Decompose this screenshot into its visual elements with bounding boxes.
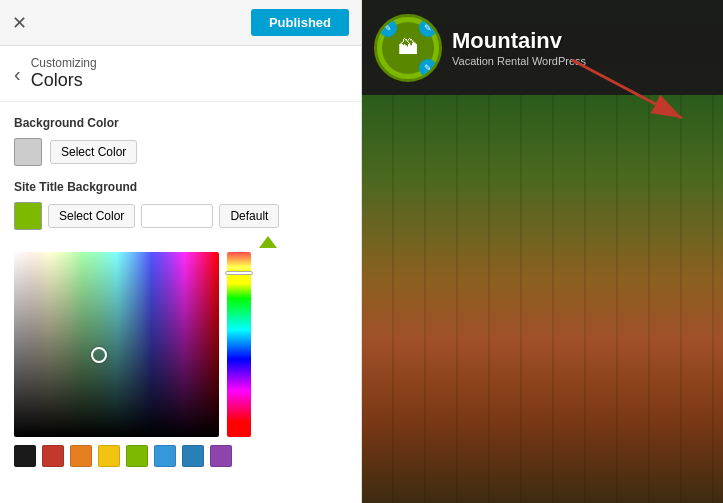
preset-swatch-black[interactable]: [14, 445, 36, 467]
site-title-color-row: Select Color #7db900 Default: [14, 202, 347, 230]
nav-labels: Customizing Colors: [31, 56, 97, 91]
hex-input[interactable]: #7db900: [141, 204, 213, 228]
panel-content: Background Color Select Color Site Title…: [0, 102, 361, 503]
published-button[interactable]: Published: [251, 9, 349, 36]
arrow-indicator: [14, 236, 347, 248]
bg-select-color-button[interactable]: Select Color: [50, 140, 137, 164]
customizer-panel: ✕ Published ‹ Customizing Colors Backgro…: [0, 0, 362, 503]
site-preview-panel: ✎ 🏔 ✎ ✎ Mountainv Vacation Rental WordPr…: [362, 0, 723, 503]
close-button[interactable]: ✕: [12, 14, 27, 32]
nav-parent-label: Customizing: [31, 56, 97, 70]
site-logo-area: ✎ 🏔 ✎ ✎: [374, 14, 442, 82]
hue-slider-canvas[interactable]: [227, 252, 251, 437]
site-tagline: Vacation Rental WordPress: [452, 55, 586, 67]
site-title-select-color-button[interactable]: Select Color: [48, 204, 135, 228]
top-bar: ✕ Published: [0, 0, 361, 46]
preset-swatch-purple[interactable]: [210, 445, 232, 467]
picker-circle[interactable]: [91, 347, 107, 363]
site-title-section: Site Title Background Select Color #7db9…: [14, 180, 347, 467]
tree-overlay: [362, 95, 723, 503]
logo-circle: ✎ 🏔 ✎ ✎: [374, 14, 442, 82]
site-header-preview: ✎ 🏔 ✎ ✎ Mountainv Vacation Rental WordPr…: [362, 0, 723, 95]
back-chevron-icon[interactable]: ‹: [14, 64, 21, 84]
site-title-bg-label: Site Title Background: [14, 180, 347, 194]
site-name-area: Mountainv Vacation Rental WordPress: [452, 28, 586, 66]
preset-swatch-yellow[interactable]: [98, 445, 120, 467]
site-name: Mountainv: [452, 28, 586, 54]
hue-slider-wrapper[interactable]: [227, 252, 251, 437]
color-gradient-box[interactable]: [14, 252, 219, 437]
site-title-swatch[interactable]: [14, 202, 42, 230]
preset-swatch-green[interactable]: [126, 445, 148, 467]
back-nav: ‹ Customizing Colors: [0, 46, 361, 102]
preset-swatch-red[interactable]: [42, 445, 64, 467]
bg-color-row: Select Color: [14, 138, 347, 166]
default-button[interactable]: Default: [219, 204, 279, 228]
preset-swatch-blue[interactable]: [154, 445, 176, 467]
gradient-canvas[interactable]: [14, 252, 219, 437]
preset-colors: [14, 445, 347, 467]
bg-color-section: Background Color Select Color: [14, 116, 347, 166]
preset-swatch-orange[interactable]: [70, 445, 92, 467]
bg-color-title: Background Color: [14, 116, 347, 130]
bg-color-swatch[interactable]: [14, 138, 42, 166]
edit-icon-tl[interactable]: ✎: [379, 19, 397, 37]
edit-icon-tr[interactable]: ✎: [419, 19, 437, 37]
nav-current-label: Colors: [31, 70, 97, 91]
hue-handle[interactable]: [225, 271, 253, 275]
color-picker-wrapper: [14, 252, 347, 437]
preset-swatch-darkblue[interactable]: [182, 445, 204, 467]
trees-area: [362, 95, 723, 503]
triangle-up-icon: [259, 236, 277, 248]
edit-icon-br[interactable]: ✎: [419, 59, 437, 77]
